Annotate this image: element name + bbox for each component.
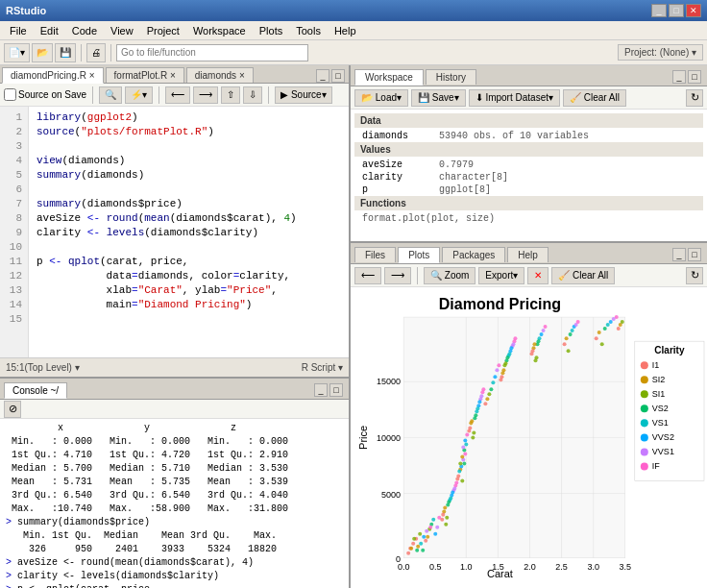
maximize-console-btn[interactable]: □	[329, 383, 343, 397]
svg-point-152	[641, 390, 648, 398]
new-file-button[interactable]: 📄▾	[4, 43, 30, 62]
ws-p-row: p ggplot[8]	[354, 184, 703, 196]
menu-workspace[interactable]: Workspace	[187, 23, 252, 38]
menu-file[interactable]: File	[4, 23, 33, 38]
editor-tab-bar: diamondPricing.R × formatPlot.R × diamon…	[0, 65, 349, 84]
minimize-workspace-btn[interactable]: _	[672, 70, 686, 84]
ws-item-name: clarity	[362, 172, 439, 183]
tab-workspace[interactable]: Workspace	[354, 69, 424, 86]
print-button[interactable]: 🖨	[86, 43, 106, 62]
svg-point-23	[411, 542, 415, 546]
ws-item-value: 53940 obs. of 10 variables	[439, 131, 589, 141]
svg-text:1.5: 1.5	[492, 562, 504, 572]
remove-plot-btn[interactable]: ✕	[527, 267, 549, 284]
save-btn[interactable]: 💾 Save▾	[411, 89, 466, 107]
zoom-btn[interactable]: 🔍 Zoom	[424, 267, 475, 284]
code-editor[interactable]: 123456789101112131415 library(ggplot2) s…	[0, 107, 349, 357]
tab-help[interactable]: Help	[507, 247, 549, 262]
minimize-button[interactable]: _	[651, 4, 667, 17]
svg-point-69	[460, 455, 464, 459]
svg-point-68	[455, 478, 459, 481]
svg-point-93	[485, 397, 489, 401]
file-type[interactable]: R Script ▾	[302, 362, 343, 373]
maximize-editor-btn[interactable]: □	[331, 69, 345, 83]
svg-point-91	[481, 387, 485, 391]
clear-plots-btn[interactable]: 🧹 Clear All	[551, 267, 615, 284]
open-file-button[interactable]: 📂	[32, 43, 53, 62]
tab-packages[interactable]: Packages	[442, 247, 505, 262]
svg-point-42	[425, 529, 428, 533]
next-plot-btn[interactable]: ⟶	[384, 267, 411, 284]
menu-project[interactable]: Project	[141, 23, 185, 38]
maximize-workspace-btn[interactable]: □	[688, 70, 701, 84]
svg-point-158	[641, 434, 648, 442]
close-button[interactable]: ✕	[686, 4, 701, 17]
svg-point-156	[641, 420, 648, 428]
svg-point-26	[418, 532, 422, 536]
maximize-button[interactable]: □	[669, 4, 684, 17]
plot-svg: Diamond Pricing Price	[351, 287, 707, 588]
editor-area: diamondPricing.R × formatPlot.R × diamon…	[0, 65, 349, 377]
prev-plot-btn[interactable]: ⟵	[354, 267, 381, 284]
minimize-console-btn[interactable]: _	[314, 383, 328, 397]
svg-text:2.5: 2.5	[555, 562, 568, 572]
load-btn[interactable]: 📂 Load▾	[354, 89, 408, 107]
project-label[interactable]: Project: (None) ▾	[618, 44, 703, 61]
maximize-files-btn[interactable]: □	[688, 248, 701, 261]
editor-statusbar: 15:1 (Top Level) ▾ R Script ▾	[0, 357, 349, 377]
tab-history[interactable]: History	[426, 69, 476, 85]
svg-point-54	[445, 516, 449, 520]
plots-refresh-btn[interactable]: ↻	[686, 267, 703, 284]
goto-input[interactable]	[116, 44, 308, 61]
menu-help[interactable]: Help	[329, 23, 362, 38]
svg-point-99	[497, 363, 500, 367]
undo-btn[interactable]: ⟵	[165, 86, 190, 104]
run-lines-btn[interactable]: ⚡▾	[125, 86, 153, 104]
menu-view[interactable]: View	[105, 23, 139, 38]
svg-point-87	[474, 414, 477, 418]
console-content[interactable]: x y z Min. : 0.000 Min. : 0.000 Min. : 0…	[0, 419, 349, 588]
titlebar: RStudio _ □ ✕	[0, 0, 707, 21]
next-section-btn[interactable]: ⇩	[243, 86, 262, 104]
svg-point-160	[641, 449, 648, 456]
menu-tools[interactable]: Tools	[290, 23, 327, 38]
svg-text:0.0: 0.0	[398, 562, 410, 572]
tab-plots[interactable]: Plots	[398, 247, 440, 263]
menu-code[interactable]: Code	[66, 23, 103, 38]
source-on-save-checkbox[interactable]	[4, 88, 16, 101]
tab-diamonds[interactable]: diamonds ×	[186, 67, 254, 83]
code-content[interactable]: library(ggplot2) source("plots/formatPlo…	[29, 107, 349, 357]
svg-point-121	[540, 332, 544, 336]
import-dataset-btn[interactable]: ⬇ Import Dataset▾	[469, 89, 560, 107]
tab-format-plot[interactable]: formatPlot.R ×	[106, 67, 184, 83]
workspace-refresh-btn[interactable]: ↻	[686, 89, 703, 107]
line-numbers: 123456789101112131415	[0, 107, 29, 357]
svg-point-72	[464, 443, 468, 447]
scope-level[interactable]: (Top Level) ▾	[24, 362, 79, 373]
tab-files[interactable]: Files	[354, 247, 396, 262]
minimize-editor-btn[interactable]: _	[316, 69, 329, 83]
menu-plots[interactable]: Plots	[254, 23, 288, 38]
console-tab[interactable]: Console ~/	[4, 382, 67, 399]
menu-edit[interactable]: Edit	[35, 23, 64, 38]
svg-point-95	[489, 387, 493, 391]
svg-point-108	[500, 375, 503, 379]
console-clear-btn[interactable]: ⊘	[4, 401, 21, 418]
svg-point-37	[409, 547, 413, 551]
save-file-button[interactable]: 💾	[55, 43, 76, 62]
svg-point-129	[565, 336, 569, 340]
tab-diamond-pricing[interactable]: diamondPricing.R ×	[2, 67, 104, 84]
source-btn[interactable]: ▶ Source▾	[275, 86, 331, 104]
clear-all-btn[interactable]: 🧹 Clear All	[563, 89, 626, 107]
svg-text:VVS1: VVS1	[652, 448, 674, 457]
console-line: > aveSize <- round(mean(diamonds$carat),…	[6, 556, 343, 570]
redo-btn[interactable]: ⟶	[193, 86, 218, 104]
source-on-save-label: Source on Save	[4, 88, 86, 101]
ws-item-value: character[8]	[439, 172, 508, 183]
editor-toolbar: Source on Save 🔍 ⚡▾ ⟵ ⟶ ⇧ ⇩ ▶ Source▾	[0, 84, 349, 107]
export-btn[interactable]: Export▾	[478, 267, 524, 284]
minimize-files-btn[interactable]: _	[672, 248, 686, 261]
search-code-btn[interactable]: 🔍	[99, 86, 122, 104]
console-tab-bar: Console ~/ _ □	[0, 379, 349, 400]
prev-section-btn[interactable]: ⇧	[221, 86, 240, 104]
